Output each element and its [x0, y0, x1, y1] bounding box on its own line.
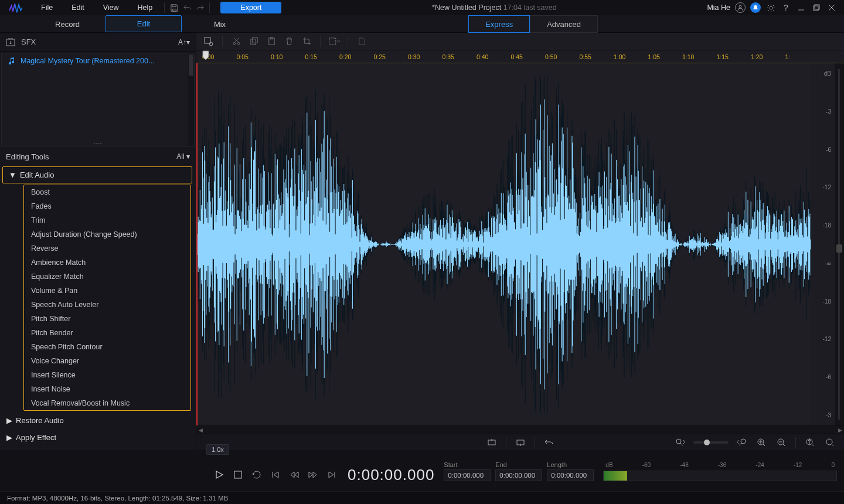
- paste-icon[interactable]: [265, 35, 278, 48]
- window-close-icon[interactable]: [826, 2, 837, 13]
- media-item[interactable]: Magical Mystery Tour (Remastered 200...: [2, 53, 194, 69]
- timeline-ruler[interactable]: 0:000:050:100:150:200:250:300:350:400:45…: [196, 50, 844, 63]
- user-avatar-icon[interactable]: [735, 2, 746, 13]
- media-panel-label: SFX: [21, 38, 172, 46]
- loop-button[interactable]: [250, 468, 263, 481]
- zoom-in-icon[interactable]: [485, 435, 499, 449]
- skip-end-button[interactable]: [325, 468, 338, 481]
- db-axis: dB -3-6-12-18 -∞ -18-12-6-3: [811, 63, 835, 425]
- undo-icon[interactable]: [181, 2, 193, 13]
- media-list: Magical Mystery Tour (Remastered 200... …: [1, 53, 195, 147]
- playhead-icon[interactable]: [202, 50, 209, 63]
- skip-start-button[interactable]: [269, 468, 282, 481]
- group-edit-audio[interactable]: ▼ Edit Audio: [2, 166, 192, 183]
- tool-voice-changer[interactable]: Voice Changer: [24, 354, 190, 368]
- playback-speed[interactable]: 1.0x: [206, 444, 229, 455]
- vertical-zoom-slider[interactable]: [835, 63, 844, 425]
- svg-point-17: [676, 439, 681, 444]
- menu-edit[interactable]: Edit: [63, 2, 93, 13]
- time-display: 0:00:00.000: [348, 466, 434, 484]
- app-logo: [4, 0, 28, 15]
- horizontal-scrollbar[interactable]: ◀▶: [196, 425, 844, 434]
- svg-point-22: [826, 439, 832, 445]
- tool-properties-icon[interactable]: [202, 35, 215, 48]
- zoom-slider[interactable]: [693, 441, 729, 444]
- tab-record[interactable]: Record: [29, 15, 106, 32]
- tool-insert-noise[interactable]: Insert Noise: [24, 382, 190, 396]
- zoom-all-v-icon[interactable]: [803, 435, 817, 449]
- save-icon[interactable]: [168, 2, 180, 13]
- panel-resize-grip[interactable]: ••••: [93, 141, 102, 146]
- cut-icon[interactable]: [230, 35, 243, 48]
- tab-mix[interactable]: Mix: [182, 15, 258, 32]
- menu-view[interactable]: View: [95, 2, 127, 13]
- marker-icon[interactable]: [355, 35, 368, 48]
- svg-rect-23: [234, 471, 241, 478]
- zoom-selection-icon[interactable]: [673, 435, 688, 449]
- subtab-express[interactable]: Express: [468, 15, 530, 33]
- tool-fades[interactable]: Fades: [24, 199, 190, 213]
- tool-ambience-match[interactable]: Ambience Match: [24, 256, 190, 270]
- svg-point-6: [209, 42, 213, 46]
- zoom-out-icon[interactable]: [513, 435, 528, 449]
- tool-adjust-duration[interactable]: Adjust Duration (Change Speed): [24, 227, 190, 241]
- media-scrollbar[interactable]: [188, 53, 194, 146]
- window-maximize-icon[interactable]: [811, 2, 822, 13]
- svg-rect-9: [250, 39, 255, 45]
- redo-icon[interactable]: [194, 2, 206, 13]
- tool-insert-silence[interactable]: Insert Silence: [24, 368, 190, 382]
- level-meter: dB-60-48-36-24-120: [603, 462, 837, 481]
- tool-pitch-bender[interactable]: Pitch Bender: [24, 326, 190, 340]
- svg-rect-5: [205, 38, 210, 43]
- tool-reverse[interactable]: Reverse: [24, 241, 190, 256]
- export-button[interactable]: Export: [220, 2, 281, 13]
- menu-help[interactable]: Help: [130, 2, 161, 13]
- zoom-reset-icon[interactable]: [823, 435, 837, 449]
- time-end-field[interactable]: 0:00:00.000: [495, 469, 542, 481]
- svg-rect-2: [814, 6, 818, 11]
- tool-trim[interactable]: Trim: [24, 213, 190, 227]
- tool-equalizer-match[interactable]: Equalizer Match: [24, 270, 190, 284]
- notifications-icon[interactable]: [750, 2, 761, 13]
- stop-button[interactable]: [232, 468, 244, 481]
- rewind-button[interactable]: [288, 468, 301, 481]
- tool-speech-auto-leveler[interactable]: Speech Auto Leveler: [24, 298, 190, 312]
- delete-icon[interactable]: [283, 35, 295, 48]
- tools-title: Editing Tools: [6, 152, 176, 161]
- import-media-icon[interactable]: [6, 38, 15, 46]
- tools-filter[interactable]: All ▾: [176, 152, 190, 161]
- time-start-field[interactable]: 0:00:00.000: [444, 469, 491, 481]
- svg-point-0: [739, 5, 741, 8]
- play-button[interactable]: [213, 468, 226, 481]
- sort-icon[interactable]: A↑▾: [178, 38, 190, 46]
- selection-dropdown-icon[interactable]: [328, 35, 341, 48]
- tool-vocal-removal[interactable]: Vocal Removal/Boost in Music: [24, 396, 190, 410]
- tool-speech-pitch-contour[interactable]: Speech Pitch Contour: [24, 340, 190, 354]
- svg-point-7: [233, 42, 235, 45]
- window-minimize-icon[interactable]: [796, 2, 806, 13]
- undo-session-icon[interactable]: [542, 435, 556, 449]
- copy-icon[interactable]: [247, 35, 260, 48]
- group-apply-effect[interactable]: ▶ Apply Effect: [0, 429, 196, 446]
- tab-edit[interactable]: Edit: [106, 15, 182, 32]
- tool-boost[interactable]: Boost: [24, 185, 190, 199]
- zoom-vert-out-icon[interactable]: [774, 435, 788, 449]
- forward-button[interactable]: [307, 468, 319, 481]
- svg-point-1: [770, 6, 772, 9]
- svg-rect-13: [329, 38, 336, 45]
- user-name: Mia He: [707, 4, 730, 12]
- group-restore-audio[interactable]: ▶ Restore Audio: [0, 412, 196, 429]
- tool-volume-pan[interactable]: Volume & Pan: [24, 284, 190, 298]
- menu-file[interactable]: File: [33, 2, 61, 13]
- time-length-field[interactable]: 0:00:00.000: [547, 469, 594, 481]
- project-title: *New Untitled Project 17:04 last saved: [283, 4, 706, 12]
- help-icon[interactable]: ?: [781, 2, 791, 13]
- subtab-advanced[interactable]: Advanced: [530, 15, 598, 33]
- svg-rect-3: [815, 5, 819, 9]
- zoom-fit-icon[interactable]: [734, 435, 748, 449]
- tool-pitch-shifter[interactable]: Pitch Shifter: [24, 312, 190, 326]
- crop-icon[interactable]: [300, 35, 313, 48]
- settings-icon[interactable]: [765, 2, 776, 13]
- zoom-vert-in-icon[interactable]: [754, 435, 768, 449]
- waveform-display[interactable]: [196, 63, 811, 425]
